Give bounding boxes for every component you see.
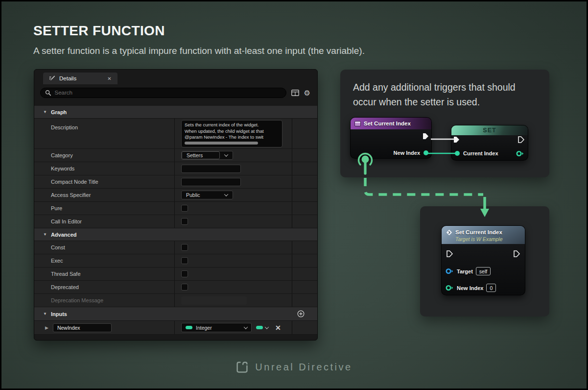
- footer-brand: Unreal Directive: [1, 361, 587, 374]
- collapse-triangle-icon[interactable]: ▼: [43, 232, 47, 237]
- exec-checkbox[interactable]: [181, 257, 188, 264]
- brand-text: Unreal Directive: [255, 362, 352, 373]
- section-advanced[interactable]: ▼ Advanced: [34, 228, 317, 241]
- category-label: Category: [51, 152, 73, 158]
- exec-output-pin[interactable]: [514, 250, 520, 257]
- background: SETTER FUNCTION A setter function is a t…: [1, 1, 587, 389]
- result-panel: Set Current Index Target is W Example: [420, 206, 549, 317]
- deprecated-label: Deprecated: [51, 284, 79, 290]
- current-index-input-pin[interactable]: Current Index: [454, 150, 498, 156]
- current-index-output-pin[interactable]: [516, 150, 524, 157]
- tab-details[interactable]: Details ✕: [43, 73, 118, 84]
- chevron-down-icon: [224, 192, 228, 196]
- widget-icon: [354, 121, 361, 126]
- pin-label: Current Index: [463, 150, 498, 156]
- integer-pin-icon: [423, 150, 429, 156]
- description-scrollbar[interactable]: [185, 142, 258, 145]
- input-name-field[interactable]: NewIndex: [53, 323, 112, 332]
- row-access-specifier: Access Specifier Public: [34, 189, 317, 202]
- section-advanced-label: Advanced: [51, 232, 77, 238]
- page-subtitle: A setter function is a typical impure fu…: [33, 46, 365, 56]
- deprecation-message-label: Deprecation Message: [51, 297, 103, 303]
- node-set-current-index[interactable]: Set Current Index New Index: [350, 117, 432, 159]
- row-pure: Pure: [34, 202, 317, 215]
- search-icon: [45, 90, 51, 96]
- node-set-current-index-call[interactable]: Set Current Index Target is W Example: [441, 225, 525, 295]
- exec-pin-icon: [447, 250, 453, 257]
- new-index-input-pin[interactable]: New Index 0: [446, 284, 496, 292]
- row-exec: Exec: [34, 254, 317, 268]
- page-title: SETTER FUNCTION: [33, 23, 165, 39]
- node-title: Set Current Index: [455, 229, 502, 235]
- node-subtitle: Target is W Example: [455, 236, 502, 242]
- function-diamond-icon: [446, 229, 452, 236]
- remove-input-icon[interactable]: ✕: [275, 324, 281, 332]
- flow-caption: Add any additional triggers that should …: [353, 80, 539, 109]
- pin-label: New Index: [457, 285, 483, 291]
- close-icon[interactable]: ✕: [107, 76, 111, 81]
- row-description: Description Sets the current index of th…: [34, 119, 317, 149]
- input-type-dropdown[interactable]: Integer: [181, 323, 252, 332]
- search-box[interactable]: [40, 88, 286, 98]
- settings-gear-icon[interactable]: ⚙: [304, 89, 310, 97]
- pencil-icon: [49, 75, 56, 82]
- row-thread-safe: Thread Safe: [34, 268, 317, 281]
- exec-pin-icon: [423, 133, 429, 140]
- exec-output-pin[interactable]: [423, 133, 429, 140]
- access-specifier-value: Public: [186, 192, 200, 198]
- exec-pin-icon: [518, 136, 524, 143]
- access-specifier-dropdown[interactable]: Public: [181, 191, 233, 199]
- exec-output-pin[interactable]: [518, 136, 524, 143]
- chevron-down-icon: [224, 152, 228, 156]
- target-input-pin[interactable]: Target self: [446, 267, 491, 275]
- description-textbox[interactable]: Sets the current index of the widget. Wh…: [181, 120, 282, 147]
- tab-details-label: Details: [59, 75, 76, 81]
- category-value: Setters: [187, 152, 203, 158]
- section-graph[interactable]: ▼ Graph: [34, 106, 317, 119]
- keywords-label: Keywords: [51, 166, 74, 171]
- chevron-down-icon: [244, 325, 248, 329]
- exec-input-pin[interactable]: [447, 250, 453, 257]
- section-inputs[interactable]: ▼ Inputs: [34, 307, 317, 321]
- pure-checkbox[interactable]: [181, 205, 188, 212]
- thread-safe-checkbox[interactable]: [181, 270, 188, 277]
- row-new-index-input: ▶ NewIndex Integer ✕: [34, 321, 317, 335]
- spacer: [34, 101, 317, 106]
- column-view-icon[interactable]: [291, 90, 299, 96]
- target-value-box[interactable]: self: [476, 267, 491, 275]
- pure-label: Pure: [51, 205, 62, 211]
- category-dropdown[interactable]: Setters: [181, 151, 233, 160]
- container-type-pill-icon: [256, 326, 263, 329]
- call-in-editor-checkbox[interactable]: [181, 218, 188, 225]
- integer-pin-icon: [516, 150, 524, 157]
- collapse-triangle-icon[interactable]: ▼: [43, 110, 47, 114]
- const-checkbox[interactable]: [181, 244, 188, 251]
- deprecated-checkbox[interactable]: [181, 284, 188, 291]
- exec-input-pin[interactable]: [453, 136, 460, 143]
- row-compact-node-title: Compact Node Title: [34, 175, 317, 189]
- node-title: SET: [483, 127, 496, 134]
- compact-node-title-input[interactable]: [181, 178, 241, 186]
- section-inputs-label: Inputs: [51, 311, 67, 317]
- compact-node-title-label: Compact Node Title: [51, 179, 98, 185]
- call-in-editor-label: Call In Editor: [51, 219, 82, 224]
- row-keywords: Keywords: [34, 162, 317, 175]
- exec-label: Exec: [51, 258, 63, 264]
- collapse-triangle-icon[interactable]: ▼: [43, 312, 47, 316]
- keywords-input[interactable]: [181, 165, 241, 173]
- search-input[interactable]: [54, 90, 281, 96]
- integer-pin-icon: [446, 285, 454, 291]
- container-type-dropdown[interactable]: [256, 326, 268, 329]
- node-set[interactable]: SET Current Index: [451, 125, 528, 161]
- description-label: Description: [51, 124, 78, 130]
- node-title: Set Current Index: [364, 121, 411, 126]
- add-input-icon[interactable]: [297, 310, 305, 317]
- section-graph-label: Graph: [51, 109, 67, 115]
- description-line: @param NewIndex - The index to swit: [185, 134, 279, 141]
- deprecation-message-input: [181, 296, 247, 305]
- new-index-output-pin[interactable]: New Index: [394, 150, 429, 156]
- new-index-value-box[interactable]: 0: [486, 284, 496, 292]
- thread-safe-label: Thread Safe: [51, 271, 81, 277]
- access-specifier-label: Access Specifier: [51, 192, 91, 198]
- expand-triangle-icon[interactable]: ▶: [45, 325, 48, 330]
